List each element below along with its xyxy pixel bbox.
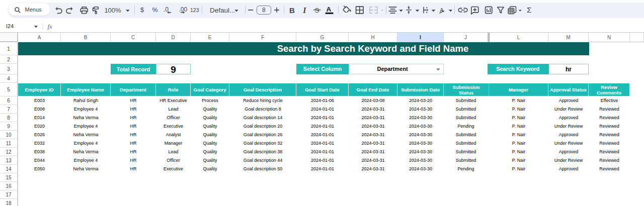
svg-text:fx: fx xyxy=(48,23,53,30)
